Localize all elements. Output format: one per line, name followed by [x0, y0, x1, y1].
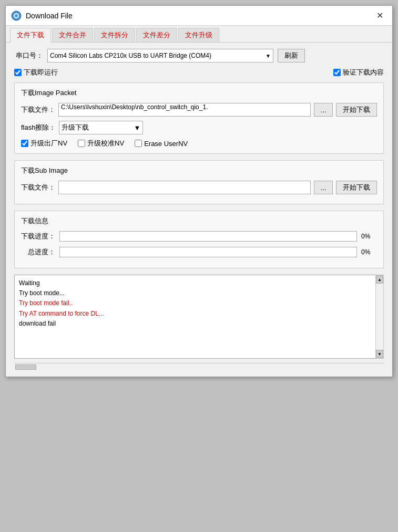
log-container: WaitingTry boot mode...Try boot mode fai… [14, 275, 384, 359]
total-progress-pct: 0% [361, 248, 377, 256]
log-line: Waiting [19, 278, 373, 288]
download-progress-pct: 0% [361, 233, 377, 240]
serial-select[interactable]: Com4 Silicon Labs CP210x USB to UART Bri… [47, 49, 273, 62]
checkbox-row: 下载即运行 验证下载内容 [14, 68, 384, 77]
download-progress-row: 下载进度： 0% [21, 231, 377, 242]
image-file-input[interactable]: C:\Users\lvshuxin\Desktop\nb_control_swi… [58, 103, 311, 117]
nv-calibration-label: 升级校准NV [87, 139, 124, 148]
horizontal-scrollbar[interactable] [14, 363, 384, 370]
log-line: download fail [19, 319, 373, 329]
sub-image-title: 下载Sub Image [21, 166, 377, 175]
tab-file-download[interactable]: 文件下载 [10, 28, 51, 43]
sub-start-button[interactable]: 开始下载 [336, 181, 377, 194]
download-progress-bar [59, 231, 357, 242]
flash-select-value: 升级下载 [62, 123, 89, 132]
verify-content-checkbox[interactable]: 验证下载内容 [333, 68, 384, 77]
tab-file-merge[interactable]: 文件合并 [52, 28, 93, 42]
flash-select[interactable]: 升级下载 ▼ [59, 121, 143, 134]
nv-row: 升级出厂NV 升级校准NV Erase UserNV [21, 139, 377, 148]
image-start-button[interactable]: 开始下载 [336, 103, 377, 117]
scroll-up-button[interactable]: ▲ [376, 275, 383, 284]
total-progress-row: 总进度： 0% [21, 247, 377, 257]
nv-factory-input[interactable] [21, 140, 28, 147]
download-progress-label: 下载进度： [21, 232, 55, 241]
scroll-down-button[interactable]: ▼ [376, 350, 383, 358]
log-line: Try boot mode fail.. [19, 298, 373, 308]
flash-label: flash擦除： [21, 123, 56, 132]
serial-select-value: Com4 Silicon Labs CP210x USB to UART Bri… [50, 52, 211, 59]
verify-content-input[interactable] [333, 69, 341, 76]
main-content: 串口号： Com4 Silicon Labs CP210x USB to UAR… [6, 43, 392, 377]
image-packet-title: 下载Image Packet [21, 88, 377, 98]
total-progress-label: 总进度： [21, 247, 55, 257]
app-icon [11, 11, 22, 21]
image-file-label: 下载文件： [21, 105, 55, 114]
nv-calibration-checkbox[interactable]: 升级校准NV [78, 139, 124, 148]
nv-calibration-input[interactable] [78, 140, 85, 147]
total-progress-bar [59, 247, 357, 257]
title-bar: Download File ✕ [6, 6, 392, 26]
serial-row: 串口号： Com4 Silicon Labs CP210x USB to UAR… [14, 49, 384, 62]
window-title: Download File [26, 12, 73, 20]
sub-image-section: 下载Sub Image 下载文件： ... 开始下载 [14, 160, 384, 204]
nv-factory-checkbox[interactable]: 升级出厂NV [21, 139, 67, 148]
nv-erase-checkbox[interactable]: Erase UserNV [135, 140, 188, 148]
download-info-title: 下载信息 [21, 216, 377, 226]
run-after-download-checkbox[interactable]: 下载即运行 [14, 68, 58, 77]
nv-factory-label: 升级出厂NV [30, 139, 67, 148]
run-after-download-input[interactable] [14, 69, 22, 76]
sub-browse-button[interactable]: ... [314, 181, 333, 194]
refresh-button[interactable]: 刷新 [278, 49, 305, 62]
nv-erase-input[interactable] [135, 140, 142, 147]
flash-row: flash擦除： 升级下载 ▼ [21, 121, 377, 134]
verify-content-label: 验证下载内容 [343, 68, 384, 77]
download-file-window: Download File ✕ 文件下载 文件合并 文件拆分 文件差分 文件升级… [5, 5, 393, 377]
nv-erase-label: Erase UserNV [144, 140, 188, 148]
tab-file-diff[interactable]: 文件差分 [136, 28, 177, 42]
log-line: Try boot mode... [19, 288, 373, 298]
log-box[interactable]: WaitingTry boot mode...Try boot mode fai… [14, 275, 384, 359]
tab-file-split[interactable]: 文件拆分 [94, 28, 135, 42]
log-lines: WaitingTry boot mode...Try boot mode fai… [19, 278, 373, 329]
h-scroll-thumb[interactable] [15, 364, 36, 370]
sub-file-label: 下载文件： [21, 183, 55, 192]
flash-dropdown-icon: ▼ [134, 124, 141, 132]
sub-file-input[interactable] [58, 181, 311, 194]
image-file-value: C:\Users\lvshuxin\Desktop\nb_control_swi… [61, 103, 208, 111]
vertical-scrollbar[interactable]: ▲ ▼ [375, 275, 384, 359]
svg-point-2 [15, 14, 18, 17]
image-packet-section: 下载Image Packet 下载文件： C:\Users\lvshuxin\D… [14, 82, 384, 154]
image-browse-button[interactable]: ... [314, 103, 333, 117]
sub-file-row: 下载文件： ... 开始下载 [21, 181, 377, 194]
run-after-download-label: 下载即运行 [24, 68, 58, 77]
title-bar-left: Download File [11, 11, 73, 21]
serial-label: 串口号： [14, 51, 43, 60]
tab-bar: 文件下载 文件合并 文件拆分 文件差分 文件升级 [6, 26, 392, 43]
log-line: Try AT command to force DL... [19, 309, 373, 319]
image-file-row: 下载文件： C:\Users\lvshuxin\Desktop\nb_contr… [21, 103, 377, 117]
close-button[interactable]: ✕ [372, 9, 387, 22]
tab-file-upgrade[interactable]: 文件升级 [178, 28, 219, 42]
download-info-section: 下载信息 下载进度： 0% 总进度： 0% [14, 211, 384, 268]
dropdown-arrow-icon: ▼ [266, 53, 271, 59]
